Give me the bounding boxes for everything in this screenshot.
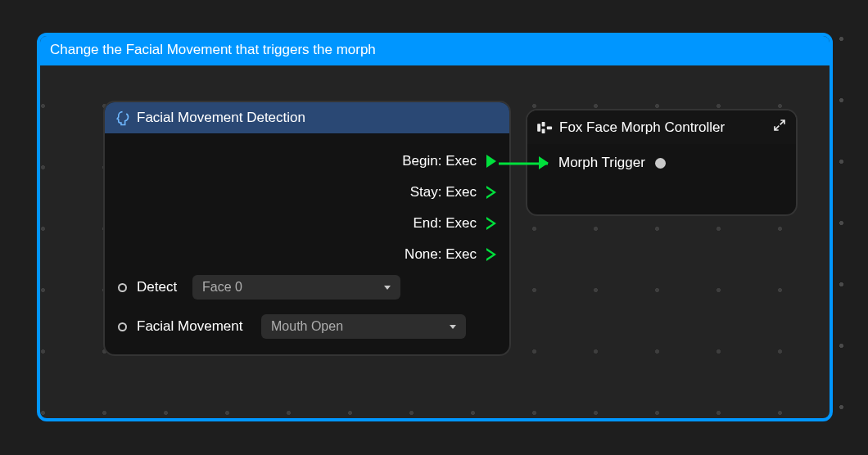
expand-icon[interactable] [773,119,786,136]
data-port-icon[interactable] [118,283,127,292]
svg-rect-3 [547,126,552,129]
exec-label: None: Exec [405,246,477,263]
instruction-panel: Change the Facial Movement that triggers… [37,33,833,421]
exec-port-icon[interactable] [486,248,496,261]
dropdown-value: Mouth Open [271,319,343,334]
node-title: Facial Movement Detection [137,110,305,126]
exec-label: End: Exec [414,215,477,232]
param-row-facial-movement: Facial Movement Mouth Open [116,309,498,344]
chevron-down-icon [384,286,391,290]
facial-movement-dropdown[interactable]: Mouth Open [261,314,466,339]
param-label: Facial Movement [137,318,251,335]
node-body: Morph Trigger [527,144,796,182]
exec-label: Begin: Exec [402,153,477,169]
exec-output-begin[interactable]: Begin: Exec [116,146,498,177]
param-label: Detect [137,279,183,295]
svg-rect-2 [542,128,545,133]
input-label: Morph Trigger [558,155,645,171]
panel-body[interactable]: Facial Movement Detection Begin: Exec St… [40,65,830,418]
svg-rect-1 [542,122,545,126]
exec-port-icon[interactable] [486,217,496,230]
node-fox-face-morph-controller[interactable]: Fox Face Morph Controller Morph Trigger [526,109,798,216]
node-header[interactable]: Facial Movement Detection [105,102,509,134]
node-body: Begin: Exec Stay: Exec End: Exec None: E… [105,134,509,352]
dropdown-value: Face 0 [202,280,242,295]
data-port-icon[interactable] [655,158,666,169]
exec-output-none[interactable]: None: Exec [116,239,498,270]
svg-rect-0 [537,124,540,131]
chevron-down-icon [450,325,456,329]
exec-port-icon[interactable] [486,155,496,168]
node-title: Fox Face Morph Controller [559,119,725,136]
exec-output-end[interactable]: End: Exec [116,208,498,239]
face-profile-icon [115,110,130,126]
node-facial-movement-detection[interactable]: Facial Movement Detection Begin: Exec St… [103,101,511,356]
data-port-icon[interactable] [118,322,127,331]
exec-label: Stay: Exec [410,184,477,200]
panel-title: Change the Facial Movement that triggers… [40,36,830,65]
detect-dropdown[interactable]: Face 0 [192,275,400,300]
param-row-detect: Detect Face 0 [116,270,498,304]
exec-port-icon[interactable] [486,186,496,199]
exec-port-icon[interactable] [539,156,549,169]
script-node-icon [537,122,553,133]
input-morph-trigger[interactable]: Morph Trigger [539,152,784,173]
exec-output-stay[interactable]: Stay: Exec [116,177,498,208]
node-header[interactable]: Fox Face Morph Controller [527,110,796,144]
